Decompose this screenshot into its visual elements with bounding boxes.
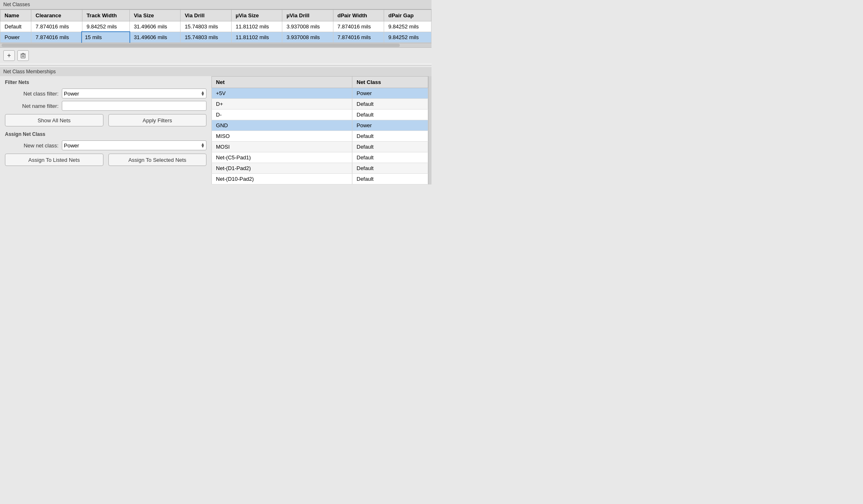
net-class-col-header: Net Class: [352, 77, 428, 88]
net-class-filter-label: Net class filter:: [5, 91, 59, 97]
table-cell[interactable]: 9.84252 mils: [82, 21, 129, 32]
net-class-filter-select[interactable]: Power Default: [62, 89, 206, 98]
net-class-filter-row: Net class filter: Power Default ▲ ▼: [5, 89, 206, 98]
net-class-cell[interactable]: Default: [352, 152, 428, 163]
table-cell[interactable]: Default: [0, 21, 31, 32]
net-name-filter-row: Net name filter:: [5, 101, 206, 111]
net-class-cell[interactable]: Default: [352, 163, 428, 174]
net-membership-row[interactable]: Net-(C5-Pad1)Default: [212, 152, 428, 163]
table-cell[interactable]: 31.49606 mils: [129, 32, 181, 43]
col-header-via-size: Via Size: [129, 10, 181, 21]
assign-net-class-label: Assign Net Class: [5, 131, 206, 137]
table-row[interactable]: Default7.874016 mils9.84252 mils31.49606…: [0, 21, 432, 32]
table-cell[interactable]: 15 mils: [82, 32, 129, 43]
new-net-class-wrapper: Power Default ▲ ▼: [62, 140, 206, 150]
net-membership-row[interactable]: D+Default: [212, 99, 428, 110]
net-class-cell[interactable]: Default: [352, 174, 428, 184]
net-classes-label: Net Classes: [0, 0, 432, 9]
net-classes-section: Net Classes Name Clearance Track Width V…: [0, 0, 432, 65]
net-name-cell[interactable]: MISO: [212, 131, 352, 142]
show-all-nets-button[interactable]: Show All Nets: [5, 114, 103, 126]
net-name-cell[interactable]: D-: [212, 110, 352, 120]
net-membership-row[interactable]: D-Default: [212, 110, 428, 120]
assign-btn-row: Assign To Listed Nets Assign To Selected…: [5, 154, 206, 166]
table-cell[interactable]: 7.874016 mils: [31, 32, 82, 43]
col-header-uvia-size: µVia Size: [231, 10, 282, 21]
net-name-cell[interactable]: D+: [212, 99, 352, 110]
net-table-header-row: Net Net Class: [212, 77, 428, 88]
table-header-row: Name Clearance Track Width Via Size Via …: [0, 10, 432, 21]
table-cell[interactable]: 3.937008 mils: [282, 32, 333, 43]
net-classes-toolbar: +: [0, 48, 432, 63]
net-col-header: Net: [212, 77, 352, 88]
net-classes-table-wrapper: Name Clearance Track Width Via Size Via …: [0, 9, 432, 43]
delete-net-class-button[interactable]: [17, 50, 29, 61]
assign-to-listed-nets-button[interactable]: Assign To Listed Nets: [5, 154, 103, 166]
net-membership-row[interactable]: Net-(D1-Pad2)Default: [212, 163, 428, 174]
col-header-via-drill: Via Drill: [181, 10, 232, 21]
net-class-cell[interactable]: Default: [352, 110, 428, 120]
net-name-filter-input[interactable]: [62, 101, 206, 111]
table-cell[interactable]: 7.874016 mils: [333, 32, 384, 43]
col-header-track-width: Track Width: [82, 10, 129, 21]
left-panel: Filter Nets Net class filter: Power Defa…: [0, 76, 211, 184]
memberships-inner: Filter Nets Net class filter: Power Defa…: [0, 76, 432, 184]
net-class-cell[interactable]: Power: [352, 88, 428, 99]
net-membership-row[interactable]: MOSIDefault: [212, 142, 428, 152]
new-net-class-label: New net class:: [5, 142, 59, 149]
table-cell[interactable]: 11.81102 mils: [231, 32, 282, 43]
apply-filters-button[interactable]: Apply Filters: [108, 114, 207, 126]
net-table-container: Net Net Class +5VPowerD+DefaultD-Default…: [211, 76, 428, 184]
net-class-cell[interactable]: Default: [352, 142, 428, 152]
col-header-dpair-gap: dPair Gap: [384, 10, 432, 21]
add-net-class-button[interactable]: +: [3, 50, 15, 61]
net-membership-row[interactable]: Net-(D10-Pad2)Default: [212, 174, 428, 184]
memberships-label: Net Class Memberships: [0, 67, 432, 76]
horizontal-scrollbar[interactable]: [0, 43, 432, 48]
net-name-cell[interactable]: Net-(C5-Pad1): [212, 152, 352, 163]
net-classes-table: Name Clearance Track Width Via Size Via …: [0, 9, 432, 43]
memberships-section: Net Class Memberships Filter Nets Net cl…: [0, 65, 432, 188]
table-cell[interactable]: 7.874016 mils: [31, 21, 82, 32]
table-cell[interactable]: 9.84252 mils: [384, 32, 432, 43]
col-header-clearance: Clearance: [31, 10, 82, 21]
col-header-uvia-drill: µVia Drill: [282, 10, 333, 21]
net-class-cell[interactable]: Power: [352, 120, 428, 131]
net-name-cell[interactable]: GND: [212, 120, 352, 131]
new-net-class-select[interactable]: Power Default: [62, 140, 206, 150]
net-membership-table: Net Net Class +5VPowerD+DefaultD-Default…: [211, 76, 428, 184]
table-row[interactable]: Power7.874016 mils15 mils31.49606 mils15…: [0, 32, 432, 43]
net-name-filter-label: Net name filter:: [5, 103, 59, 109]
table-cell[interactable]: Power: [0, 32, 31, 43]
trash-icon: [20, 53, 26, 58]
net-name-cell[interactable]: MOSI: [212, 142, 352, 152]
table-cell[interactable]: 3.937008 mils: [282, 21, 333, 32]
net-membership-row[interactable]: GNDPower: [212, 120, 428, 131]
right-scrollbar[interactable]: [428, 76, 432, 184]
assign-to-selected-nets-button[interactable]: Assign To Selected Nets: [108, 154, 207, 166]
col-header-name: Name: [0, 10, 31, 21]
col-header-dpair-width: dPair Width: [333, 10, 384, 21]
net-class-filter-wrapper: Power Default ▲ ▼: [62, 89, 206, 98]
right-panel-wrapper: Net Net Class +5VPowerD+DefaultD-Default…: [211, 76, 432, 184]
net-class-cell[interactable]: Default: [352, 99, 428, 110]
filter-btn-row: Show All Nets Apply Filters: [5, 114, 206, 126]
net-name-cell[interactable]: +5V: [212, 88, 352, 99]
scrollbar-thumb[interactable]: [2, 44, 400, 47]
net-membership-row[interactable]: +5VPower: [212, 88, 428, 99]
table-cell[interactable]: 15.74803 mils: [181, 32, 232, 43]
net-name-cell[interactable]: Net-(D1-Pad2): [212, 163, 352, 174]
net-name-cell[interactable]: Net-(D10-Pad2): [212, 174, 352, 184]
table-cell[interactable]: 31.49606 mils: [129, 21, 181, 32]
table-cell[interactable]: 15.74803 mils: [181, 21, 232, 32]
new-net-class-row: New net class: Power Default ▲ ▼: [5, 140, 206, 150]
net-membership-row[interactable]: MISODefault: [212, 131, 428, 142]
table-cell[interactable]: 11.81102 mils: [231, 21, 282, 32]
filter-nets-label: Filter Nets: [5, 79, 206, 85]
table-cell[interactable]: 9.84252 mils: [384, 21, 432, 32]
net-class-cell[interactable]: Default: [352, 131, 428, 142]
table-cell[interactable]: 7.874016 mils: [333, 21, 384, 32]
